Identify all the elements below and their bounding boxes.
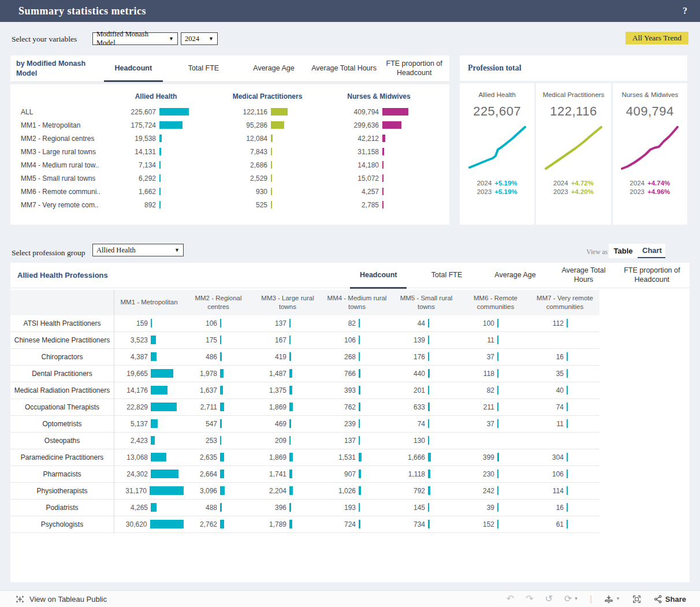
profession-row[interactable]: Physiotherapists31,1703,0962,2041,026792… [10,483,600,500]
profession-row[interactable]: Podiatrists4,2654883961931453916 [10,500,600,516]
mm-row[interactable]: MM1 - Metropolitan175,72495,286299,636 [16,118,444,132]
profession-total-card[interactable]: Nurses & Midwives409,7942024+4.74%2023+4… [613,83,687,225]
headcount-bar-mark[interactable] [498,453,499,461]
headcount-bar-mark[interactable] [152,369,173,378]
profession-group-select[interactable]: Allied Health ▼ [92,244,184,256]
card-sparkline[interactable] [536,122,610,178]
headcount-bar-mark[interactable] [152,336,156,344]
mm-bar-mark[interactable] [271,174,272,182]
headcount-bar-mark[interactable] [221,352,222,361]
profession-row[interactable]: ATSI Health Practitioners159106137824410… [10,315,600,332]
headcount-bar-mark[interactable] [360,470,361,478]
mm-bar-mark[interactable] [382,161,383,169]
headcount-bar-mark[interactable] [151,520,184,528]
headcount-bar-mark[interactable] [360,453,362,461]
headcount-bar-mark[interactable] [429,403,430,411]
ap-tab-total-fte[interactable]: Total FTE [412,263,481,288]
download-icon[interactable]: ▼ [604,594,620,604]
headcount-bar-mark[interactable] [221,419,222,428]
help-icon[interactable]: ? [683,6,687,16]
profession-row[interactable]: Dental Practitioners19,6651,9781,4877664… [10,366,600,382]
redo-icon[interactable]: ↷ [526,594,533,604]
profession-total-card[interactable]: Medical Practitioners122,1162024+4.72%20… [536,83,610,225]
headcount-bar-mark[interactable] [152,453,166,461]
headcount-bar-mark[interactable] [221,403,224,411]
mm-bar-mark[interactable] [382,121,401,129]
headcount-bar-mark[interactable] [291,470,292,478]
mm-bar-mark[interactable] [159,135,162,142]
profession-row[interactable]: Osteopaths2,423253209137130 [10,433,600,449]
view-as-chart-button[interactable]: Chart [638,244,665,258]
headcount-bar-mark[interactable] [221,486,225,495]
year-select[interactable]: 2024 ▼ [181,32,218,45]
share-button[interactable]: Share [653,594,686,604]
headcount-bar-mark[interactable] [152,470,178,478]
mm-bar-mark[interactable] [382,188,383,195]
headcount-bar-mark[interactable] [151,486,184,495]
mm-row[interactable]: MM6 - Remote communi..1,6629304,257 [16,185,444,198]
profession-row[interactable]: Psychologists30,6202,7621,78972473415261 [10,516,600,533]
model-select[interactable]: Modified Monash Model ▼ [92,32,178,45]
mm-bar-mark[interactable] [382,135,385,142]
headcount-bar-mark[interactable] [360,369,360,378]
mm-bar-mark[interactable] [159,161,161,169]
headcount-bar-mark[interactable] [429,470,430,478]
headcount-bar-mark[interactable] [221,369,224,378]
headcount-bar-mark[interactable] [429,486,430,495]
ap-tab-headcount[interactable]: Headcount [344,263,412,288]
mm-tab-fte-proportion-of-headcount[interactable]: FTE proportion of Headcount [379,55,449,81]
headcount-bar-mark[interactable] [360,386,360,394]
mm-bar-mark[interactable] [271,121,284,129]
headcount-bar-mark[interactable] [360,520,360,528]
mm-bar-mark[interactable] [271,108,288,116]
profession-row[interactable]: Optometrists5,137547469239743711 [10,416,600,433]
headcount-bar-mark[interactable] [360,486,361,495]
headcount-bar-mark[interactable] [291,453,293,461]
mm-bar-mark[interactable] [271,148,272,155]
mm-bar-mark[interactable] [159,148,161,155]
headcount-bar-mark[interactable] [291,503,291,512]
profession-row[interactable]: Medical Radiation Practitioners14,1761,6… [10,382,600,399]
mm-bar-mark[interactable] [271,135,273,142]
mm-row[interactable]: MM7 - Very remote com..8925252,785 [16,198,444,211]
headcount-bar-mark[interactable] [291,369,292,378]
mm-bar-mark[interactable] [382,174,383,182]
profession-total-card[interactable]: Allied Health225,6072024+5.19%2023+5.19% [460,83,534,225]
headcount-bar-mark[interactable] [429,453,431,461]
ap-tab-average-total-hours[interactable]: Average Total Hours [549,263,617,288]
headcount-bar-mark[interactable] [291,486,293,495]
profession-row[interactable]: Chinese Medicine Practitioners3,52317516… [10,332,600,349]
mm-bar-mark[interactable] [382,201,383,208]
mm-bar-mark[interactable] [271,161,272,169]
undo-icon[interactable]: ↶ [507,594,514,604]
headcount-bar-mark[interactable] [221,453,224,461]
mm-bar-mark[interactable] [271,201,272,208]
card-sparkline[interactable] [460,122,534,178]
mm-tab-average-age[interactable]: Average Age [239,55,309,81]
card-sparkline[interactable] [613,122,687,178]
headcount-bar-mark[interactable] [221,470,224,478]
headcount-bar-mark[interactable] [152,403,177,411]
headcount-bar-mark[interactable] [429,369,430,378]
headcount-bar-mark[interactable] [152,352,157,361]
headcount-bar-mark[interactable] [291,419,291,428]
revert-icon[interactable]: ↺ [545,594,553,604]
mm-row[interactable]: MM3 - Large rural towns14,1317,84331,158 [16,145,444,158]
profession-row[interactable]: Occupational Therapists22,8292,7111,8697… [10,399,600,416]
mm-row[interactable]: ALL225,607122,116409,794 [16,105,444,118]
mm-bar-mark[interactable] [159,108,189,116]
mm-tab-average-total-hours[interactable]: Average Total Hours [309,55,379,81]
mm-bar-mark[interactable] [159,121,183,129]
headcount-bar-mark[interactable] [291,403,293,411]
mm-bar-mark[interactable] [159,201,161,208]
mm-tab-total-fte[interactable]: Total FTE [169,55,239,81]
mm-bar-mark[interactable] [159,174,161,182]
headcount-bar-mark[interactable] [221,386,223,394]
ap-tab-fte-proportion-of-headcount[interactable]: FTE proportion of Headcount [618,263,686,288]
all-years-trend-button[interactable]: All Years Trend [625,32,688,44]
mm-bar-mark[interactable] [271,188,272,195]
mm-tab-headcount[interactable]: Headcount [98,55,169,81]
mm-bar-mark[interactable] [382,108,408,116]
view-on-tableau-link[interactable]: View on Tableau Public [15,594,107,604]
headcount-bar-mark[interactable] [291,520,292,528]
